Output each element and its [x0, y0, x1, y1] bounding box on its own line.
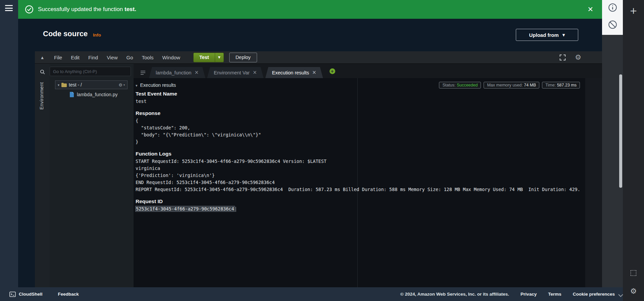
ide-settings-gear-icon[interactable]: ⚙ — [575, 54, 581, 61]
request-id-label: Request ID — [136, 198, 585, 204]
folder-name: test - / — [69, 82, 82, 87]
tab-lambda-function[interactable]: lambda_function × — [149, 67, 205, 78]
results-header-row: ▾Execution results Status: Succeeded Max… — [136, 81, 585, 89]
menu-tools[interactable]: Tools — [137, 55, 158, 60]
test-event-name-value: test — [136, 98, 585, 105]
test-split-button[interactable]: Test ▼ — [193, 53, 224, 62]
file-name: lambda_function.py — [77, 92, 117, 97]
execution-results-panel: ▾Execution results Status: Succeeded Max… — [134, 78, 585, 287]
goto-anything-input[interactable] — [50, 67, 131, 76]
menu-view[interactable]: View — [102, 55, 122, 60]
response-line: { — [136, 117, 585, 124]
check-circle-icon — [25, 5, 34, 14]
close-tab-icon[interactable]: × — [312, 70, 316, 75]
test-dropdown-icon[interactable]: ▼ — [215, 53, 224, 62]
console-footer: CloudShell Feedback © 2024, Amazon Web S… — [0, 287, 623, 301]
info-link[interactable]: Info — [93, 33, 101, 38]
circle-slash-icon[interactable] — [608, 20, 617, 29]
environment-vertical-tab[interactable]: Environment — [39, 82, 44, 110]
status-value: Succeeded — [457, 83, 478, 87]
log-line: START RequestId: 5253c1f4-3045-4f66-a279… — [136, 158, 585, 165]
hamburger-menu-icon[interactable] — [5, 5, 13, 13]
success-banner: Successfully updated the function test. … — [18, 0, 602, 19]
deploy-button[interactable]: Deploy — [229, 53, 257, 62]
cookie-preferences-link[interactable]: Cookie preferences — [573, 292, 615, 297]
log-line: virginica — [136, 165, 585, 172]
tab-execution-results[interactable]: Execution results × — [265, 67, 323, 78]
time-label: Time: — [545, 83, 556, 87]
close-banner-icon[interactable]: ✕ — [587, 6, 593, 13]
tab-label: Environment Var — [214, 70, 250, 75]
close-tab-icon[interactable]: × — [253, 70, 257, 75]
feedback-link[interactable]: Feedback — [58, 292, 79, 297]
tree-settings-button[interactable]: ⚙ ▾ — [118, 82, 125, 87]
tree-file-row[interactable]: lambda_function.py — [70, 91, 134, 99]
collapse-panel-icon[interactable]: ▲ — [35, 56, 50, 59]
explorer-tree-area: ▾ test - / ⚙ ▾ lambda_function.py — [50, 64, 134, 287]
tab-environment-var[interactable]: Environment Var × — [207, 67, 264, 78]
cloudshell-label: CloudShell — [19, 292, 43, 297]
editor-scroll-gutter — [585, 78, 602, 287]
text-cursor — [236, 207, 236, 212]
memory-badge: Max memory used: 74 MB — [484, 82, 539, 88]
privacy-link[interactable]: Privacy — [521, 292, 537, 297]
zoom-plus-icon[interactable]: + — [623, 5, 644, 16]
banner-message-text: Successfully updated the function — [38, 6, 125, 12]
log-line: {'Prediction': 'virginica\n'} — [136, 172, 585, 179]
upload-from-label: Upload from — [529, 32, 558, 38]
cloudshell-button[interactable]: CloudShell — [9, 292, 43, 297]
banner-message: Successfully updated the function test. — [38, 6, 136, 13]
menu-go[interactable]: Go — [122, 55, 137, 60]
upload-from-button[interactable]: Upload from ▼ — [516, 29, 578, 41]
screenshot-crop-icon[interactable] — [631, 270, 636, 276]
close-tab-icon[interactable]: × — [194, 70, 199, 75]
request-id-row: 5253c1f4-3045-4f66-a279-90c5962836c4 — [136, 205, 585, 213]
chevron-down-icon: ▼ — [562, 33, 565, 37]
search-icon — [40, 69, 45, 75]
status-label: Status: — [442, 83, 455, 87]
ide-menubar: ▲ File Edit Find View Go Tools Window Te… — [35, 51, 602, 64]
terminal-icon — [9, 292, 16, 297]
response-line: "statusCode": 200, — [136, 124, 585, 131]
new-tab-icon[interactable]: + — [330, 68, 335, 74]
tab-label: lambda_function — [156, 70, 191, 75]
info-circle-icon[interactable] — [608, 3, 617, 12]
menu-file[interactable]: File — [50, 55, 66, 60]
memory-value: 74 MB — [524, 83, 536, 87]
left-nav-rail — [0, 0, 18, 287]
fullscreen-icon[interactable] — [559, 54, 566, 61]
editor-tabbar: lambda_function × Environment Var × Exec… — [134, 64, 602, 78]
response-line: } — [136, 138, 585, 145]
time-badge: Time: 587.23 ms — [542, 82, 580, 88]
tab-list-icon[interactable] — [137, 70, 149, 75]
log-line: END RequestId: 5253c1f4-3045-4f66-a279-9… — [136, 179, 585, 186]
request-id-value: 5253c1f4-3045-4f66-a279-90c5962836c4 — [136, 206, 235, 212]
function-logs-block: START RequestId: 5253c1f4-3045-4f66-a279… — [136, 158, 585, 193]
tree-expand-icon[interactable]: ▾ — [58, 83, 59, 87]
test-event-name-label: Test Event Name — [136, 91, 585, 97]
tab-label: Execution results — [272, 70, 309, 75]
folder-icon — [61, 83, 67, 87]
help-rail — [602, 0, 623, 35]
aws-lambda-console: Successfully updated the function test. … — [0, 0, 644, 301]
terms-link[interactable]: Terms — [548, 292, 561, 297]
scroll-down-chevron-icon[interactable] — [618, 294, 623, 297]
test-button[interactable]: Test — [194, 53, 215, 62]
menu-find[interactable]: Find — [84, 55, 102, 60]
settings-gear-icon[interactable]: ⚙ — [623, 287, 644, 295]
menu-edit[interactable]: Edit — [66, 55, 84, 60]
response-line: "body": "{\"Prediction\": \"virginica\\n… — [136, 131, 585, 138]
time-value: 587.23 ms — [557, 83, 577, 87]
tool-rail: + ⚙ — [623, 0, 644, 301]
triangle-down-icon: ▾ — [136, 83, 138, 88]
status-badge: Status: Succeeded — [439, 82, 481, 88]
page-title: Code source — [43, 29, 88, 38]
page-scrollbar-thumb[interactable] — [619, 74, 622, 188]
results-collapse-toggle[interactable]: ▾Execution results — [136, 82, 176, 88]
results-badges: Status: Succeeded Max memory used: 74 MB… — [439, 82, 580, 88]
results-title: Execution results — [140, 82, 176, 88]
menu-window[interactable]: Window — [158, 55, 185, 60]
explorer-icon-strip: Environment — [35, 64, 50, 287]
tree-folder-row[interactable]: ▾ test - / ⚙ ▾ — [55, 80, 128, 89]
banner-function-name: test. — [125, 6, 136, 12]
